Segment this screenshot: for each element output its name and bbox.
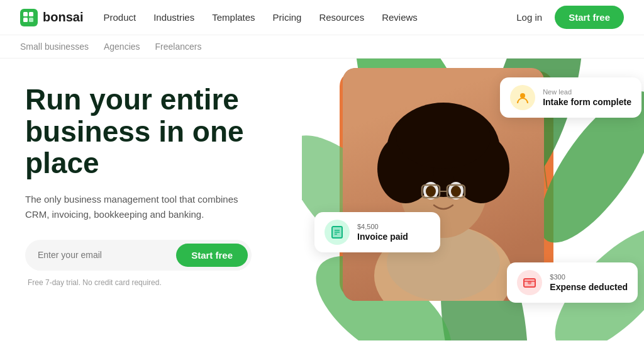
new-lead-label: New lead [543, 88, 631, 96]
invoice-amount: $4,500 [357, 223, 408, 230]
invoice-text: $4,500 Invoice paid [357, 223, 408, 242]
svg-point-29 [520, 93, 525, 98]
nav-reviews[interactable]: Reviews [382, 12, 418, 23]
nav-industries[interactable]: Industries [153, 12, 194, 23]
svg-point-25 [451, 186, 461, 197]
subnav-small-businesses[interactable]: Small businesses [20, 42, 89, 52]
expense-text: $300 Expense deducted [550, 273, 628, 292]
email-input[interactable] [38, 250, 176, 260]
hero-headline: Run your entire business in one place [25, 84, 282, 179]
nav-product[interactable]: Product [103, 12, 136, 23]
hero-section: Run your entire business in one place Th… [0, 59, 644, 340]
invoice-icon [325, 220, 350, 245]
nav-templates[interactable]: Templates [212, 12, 255, 23]
logo[interactable]: bonsai [20, 9, 83, 26]
expense-amount: $300 [550, 273, 628, 281]
nav-resources[interactable]: Resources [319, 12, 364, 23]
email-form: Start free [25, 240, 252, 271]
hero-subtext: The only business management tool that c… [25, 192, 239, 222]
subnav-freelancers[interactable]: Freelancers [155, 42, 202, 52]
new-lead-icon [510, 85, 535, 110]
svg-rect-0 [20, 9, 38, 26]
notification-invoice: $4,500 Invoice paid [314, 212, 440, 252]
start-free-nav-button[interactable]: Start free [555, 6, 624, 29]
nav-links: Product Industries Templates Pricing Res… [103, 12, 516, 23]
nav-right: Log in Start free [516, 6, 624, 29]
svg-point-21 [396, 106, 491, 169]
expense-title: Expense deducted [550, 282, 628, 292]
nav-pricing[interactable]: Pricing [273, 12, 302, 23]
notification-new-lead: New lead Intake form complete [500, 77, 641, 118]
new-lead-title: Intake form complete [543, 97, 631, 107]
svg-rect-1 [23, 12, 28, 16]
hero-right: New lead Intake form complete $4,500 Inv… [302, 59, 644, 340]
invoice-title: Invoice paid [357, 232, 408, 242]
navbar: bonsai Product Industries Templates Pric… [0, 0, 644, 35]
bonsai-logo-icon [20, 9, 38, 26]
svg-rect-4 [29, 18, 33, 22]
hero-left: Run your entire business in one place Th… [0, 59, 302, 340]
expense-icon [517, 270, 542, 295]
svg-rect-2 [29, 12, 33, 16]
subnav-agencies[interactable]: Agencies [104, 42, 140, 52]
svg-rect-3 [23, 18, 28, 22]
new-lead-text: New lead Intake form complete [543, 88, 631, 107]
subnav: Small businesses Agencies Freelancers [0, 35, 644, 59]
notification-expense: $300 Expense deducted [507, 262, 638, 303]
login-button[interactable]: Log in [516, 12, 542, 23]
start-free-button[interactable]: Start free [176, 244, 248, 267]
logo-text: bonsai [43, 10, 83, 25]
svg-point-24 [426, 186, 436, 197]
trial-text: Free 7-day trial. No credit card require… [28, 278, 282, 287]
